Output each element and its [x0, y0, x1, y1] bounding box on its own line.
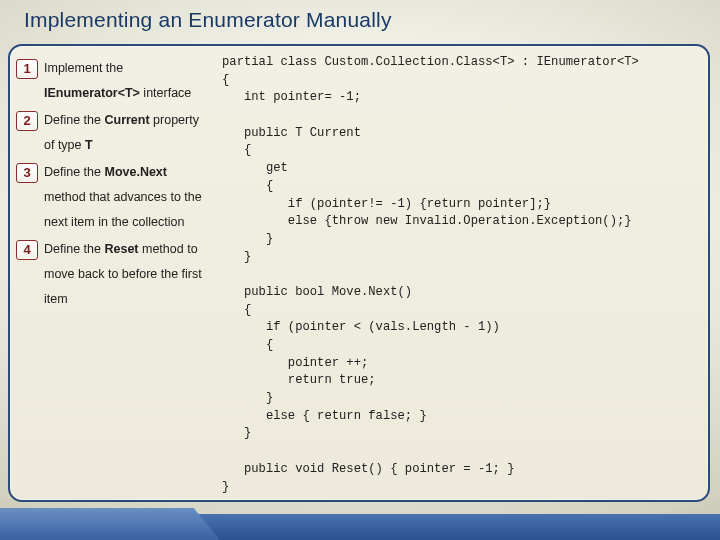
- step-1: 1 Implement the IEnumerator<T> interface: [16, 56, 210, 106]
- step-number: 2: [16, 111, 38, 131]
- step-text: Define the Reset method to move back to …: [44, 237, 210, 312]
- content-panel: 1 Implement the IEnumerator<T> interface…: [8, 44, 710, 502]
- step-number: 4: [16, 240, 38, 260]
- step-text: Define the Current property of type T: [44, 108, 210, 158]
- footer-bar: [0, 514, 720, 540]
- step-4: 4 Define the Reset method to move back t…: [16, 237, 210, 312]
- step-2: 2 Define the Current property of type T: [16, 108, 210, 158]
- step-3: 3 Define the Move.Next method that advan…: [16, 160, 210, 235]
- code-block: partial class Custom.Collection.Class<T>…: [218, 46, 708, 500]
- step-text: Implement the IEnumerator<T> interface: [44, 56, 210, 106]
- step-text: Define the Move.Next method that advance…: [44, 160, 210, 235]
- step-number: 1: [16, 59, 38, 79]
- step-number: 3: [16, 163, 38, 183]
- steps-list: 1 Implement the IEnumerator<T> interface…: [10, 46, 218, 500]
- page-title: Implementing an Enumerator Manually: [24, 8, 696, 32]
